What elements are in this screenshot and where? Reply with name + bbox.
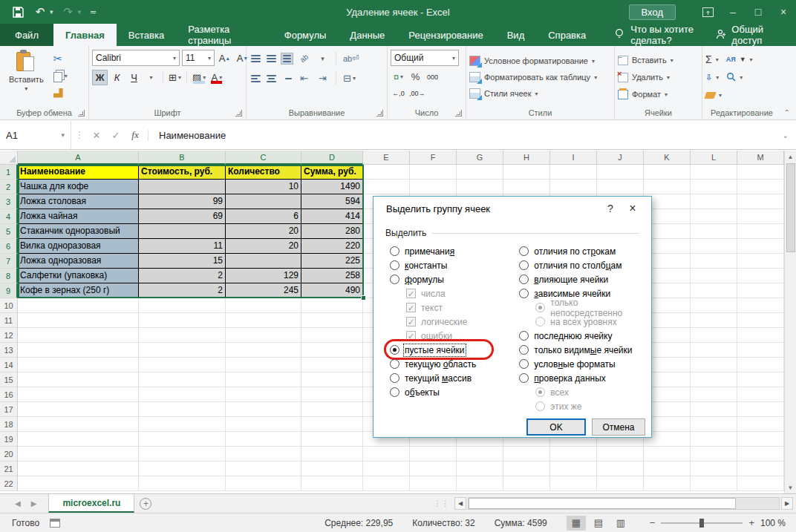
clear-button[interactable]: ▾ [705,88,722,103]
cell-D18[interactable] [301,417,363,432]
cell-B2[interactable] [139,180,226,194]
cell-D22[interactable] [301,476,363,491]
cell-B14[interactable] [139,358,226,372]
tab-data[interactable]: Данные [338,24,397,46]
tab-review[interactable]: Рецензирование [397,24,495,46]
cell-B5[interactable] [139,224,226,239]
radio-precedents[interactable] [519,275,529,284]
delete-cells-button[interactable]: Удалить▾ [618,70,670,85]
cell-C17[interactable] [226,402,301,417]
cell-M2[interactable] [737,180,784,194]
cell-D17[interactable] [301,402,363,417]
cell-L10[interactable] [691,298,737,313]
ribbon-display-options-icon[interactable] [695,0,720,24]
decrease-decimal-button[interactable]: ,00→ [408,85,427,101]
accounting-format-button[interactable]: ¤▾ [391,69,406,85]
zoom-in-button[interactable]: + [748,517,754,528]
row-header-9[interactable]: 9 [0,283,18,298]
cell-C4[interactable]: 6 [226,209,301,224]
cell-E1[interactable] [363,165,410,180]
row-header-21[interactable]: 21 [0,462,18,476]
cell-M15[interactable] [737,372,784,387]
cell-B1[interactable]: Стоимость, руб. [139,165,226,180]
cell-D13[interactable] [301,343,363,358]
cell-M17[interactable] [737,402,784,417]
font-dialog-launcher-icon[interactable] [235,110,242,116]
option-data-validation[interactable]: проверка данных [519,371,651,385]
cell-L3[interactable] [691,194,737,209]
insert-function-icon[interactable]: fx [125,129,145,141]
align-middle-button[interactable] [265,53,278,65]
borders-button[interactable]: ⊞▾ [167,70,183,85]
option-row-differences[interactable]: отличия по строкам [519,244,651,258]
cut-button[interactable]: ✂ [51,51,70,66]
radio-current-array[interactable] [390,373,399,383]
zoom-slider-thumb[interactable] [699,519,704,528]
sign-in-button[interactable]: Вход [629,4,676,20]
column-header-M[interactable]: M [737,151,784,165]
cell-C13[interactable] [226,343,301,358]
option-objects[interactable]: объекты [390,385,519,399]
cell-J22[interactable] [597,476,644,491]
row-header-1[interactable]: 1 [0,165,18,180]
zoom-level[interactable]: 100 % [760,518,786,528]
cell-D9[interactable]: 490 [301,283,363,298]
row-header-20[interactable]: 20 [0,447,18,462]
orientation-button[interactable]: ab [293,47,316,70]
cell-D2[interactable]: 1490 [301,180,363,194]
align-right-button[interactable] [281,73,293,85]
row-header-14[interactable]: 14 [0,358,18,372]
cell-M10[interactable] [737,298,784,313]
tell-me-box[interactable]: Что вы хотите сделать? [614,24,716,46]
cell-M3[interactable] [737,194,784,209]
number-dialog-launcher-icon[interactable] [455,110,462,116]
column-header-G[interactable]: G [457,151,503,165]
cell-L2[interactable] [691,180,737,194]
underline-dropdown-icon[interactable]: ▾ [143,70,159,85]
cell-L4[interactable] [691,209,737,224]
cell-B10[interactable] [139,298,226,313]
row-header-22[interactable]: 22 [0,476,18,491]
ok-button[interactable]: OK [526,418,586,436]
cell-B16[interactable] [139,387,226,402]
cell-C11[interactable] [226,313,301,328]
cell-A22[interactable] [18,476,139,491]
option-constants[interactable]: константы [390,258,519,272]
format-painter-button[interactable] [51,85,70,100]
cell-I1[interactable] [550,165,597,180]
cell-G21[interactable] [457,462,503,476]
font-size-combo[interactable]: 11▾ [182,50,215,66]
cell-C1[interactable]: Количество [226,165,301,180]
hscroll-right-icon[interactable]: ▶ [781,497,793,510]
column-header-K[interactable]: K [644,151,691,165]
cell-L9[interactable] [691,283,737,298]
cell-C9[interactable]: 245 [226,283,301,298]
copy-button[interactable]: ▾ [51,68,70,83]
close-button[interactable]: × [771,0,796,24]
cell-A15[interactable] [18,372,139,387]
font-color-button[interactable]: А▾ [209,70,224,85]
cell-M5[interactable] [737,224,784,239]
cell-H1[interactable] [503,165,550,180]
column-header-A[interactable]: A [18,151,139,165]
tab-help[interactable]: Справка [536,24,598,46]
cell-A12[interactable] [18,328,139,343]
cell-H21[interactable] [503,462,550,476]
cell-M16[interactable] [737,387,784,402]
cell-M21[interactable] [737,462,784,476]
undo-icon[interactable]: ↶ [33,4,48,19]
cell-L21[interactable] [691,462,737,476]
maximize-button[interactable]: □ [746,0,771,24]
radio-comments[interactable] [390,246,399,256]
cell-C19[interactable] [226,432,301,447]
decrease-indent-button[interactable]: ⇤ [296,70,312,86]
cell-B11[interactable] [139,313,226,328]
tab-page-layout[interactable]: Разметка страницы [176,24,273,46]
format-as-table-button[interactable]: Форматировать как таблицу▾ [469,70,597,85]
cell-D11[interactable] [301,313,363,328]
cell-C8[interactable]: 129 [226,269,301,283]
percent-style-button[interactable]: % [408,69,423,85]
cell-L15[interactable] [691,372,737,387]
cell-B19[interactable] [139,432,226,447]
cell-L14[interactable] [691,358,737,372]
